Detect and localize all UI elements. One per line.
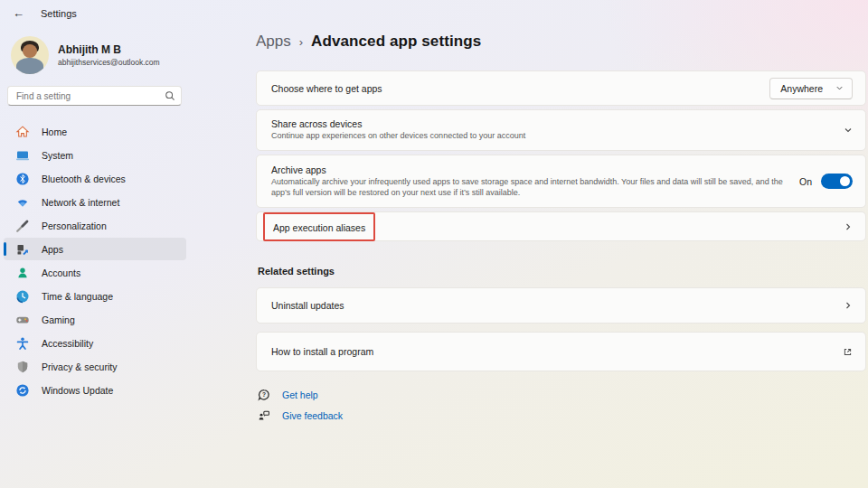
get-apps-source-dropdown[interactable]: Anywhere bbox=[769, 78, 853, 99]
get-help-label: Get help bbox=[282, 389, 318, 400]
sidebar-item-network-internet[interactable]: Network & internet bbox=[4, 191, 186, 213]
selected-indicator bbox=[4, 242, 6, 256]
setting-description: Automatically archive your infrequently … bbox=[271, 177, 785, 198]
setting-row-archive-apps: Archive apps Automatically archive your … bbox=[256, 155, 866, 208]
home-icon bbox=[15, 125, 30, 139]
give-feedback-label: Give feedback bbox=[282, 410, 343, 421]
setting-row-choose-where-to-get-apps: Choose where to get apps Anywhere bbox=[256, 70, 866, 106]
setting-label: How to install a program bbox=[271, 346, 828, 357]
sidebar-item-label: System bbox=[42, 150, 73, 161]
setting-label: App execution aliases bbox=[273, 222, 365, 233]
system-icon bbox=[15, 148, 30, 163]
gaming-icon bbox=[15, 313, 30, 327]
chevron-down-icon bbox=[844, 126, 853, 135]
sidebar-item-bluetooth-devices[interactable]: Bluetooth & devices bbox=[4, 167, 186, 190]
sidebar-item-label: Accounts bbox=[42, 267, 80, 278]
dropdown-value: Anywhere bbox=[780, 83, 823, 94]
setting-label: Archive apps bbox=[271, 164, 785, 175]
search-box[interactable] bbox=[7, 86, 182, 106]
avatar bbox=[11, 36, 49, 74]
sidebar-item-time-language[interactable]: Time & language bbox=[4, 285, 186, 307]
related-row-how-to-install-a-program[interactable]: How to install a program bbox=[256, 332, 866, 371]
annotation-highlight-box: App execution aliases bbox=[263, 212, 375, 241]
breadcrumb-separator: › bbox=[299, 35, 303, 49]
give-feedback-link[interactable]: Give feedback bbox=[258, 409, 343, 422]
sidebar-item-label: Apps bbox=[42, 244, 63, 255]
sidebar-item-label: Bluetooth & devices bbox=[42, 174, 126, 184]
sidebar-item-label: Time & language bbox=[42, 291, 113, 302]
setting-row-app-execution-aliases[interactable]: App execution aliases bbox=[256, 211, 866, 241]
sidebar-item-label: Home bbox=[42, 127, 67, 137]
time-language-icon bbox=[15, 289, 30, 304]
help-links: ? Get help Give feedback bbox=[258, 389, 343, 430]
get-help-icon: ? bbox=[258, 389, 270, 401]
profile-name: Abhijith M B bbox=[58, 43, 160, 56]
sidebar-item-windows-update[interactable]: Windows Update bbox=[4, 379, 186, 401]
settings-list: Choose where to get apps Anywhere Share … bbox=[256, 70, 866, 245]
personalization-icon bbox=[15, 219, 30, 233]
sidebar-item-personalization[interactable]: Personalization bbox=[4, 214, 186, 237]
privacy-icon bbox=[15, 360, 30, 374]
bluetooth-icon bbox=[15, 172, 30, 186]
chevron-right-icon bbox=[844, 222, 853, 231]
toggle-knob bbox=[840, 176, 850, 186]
setting-description: Continue app experiences on other device… bbox=[271, 131, 829, 142]
profile-email: abhijithservices@outlook.com bbox=[58, 58, 160, 67]
related-settings-heading: Related settings bbox=[258, 266, 335, 277]
chevron-right-icon bbox=[844, 301, 853, 310]
sidebar-item-label: Gaming bbox=[42, 314, 75, 325]
sidebar-item-privacy-security[interactable]: Privacy & security bbox=[4, 355, 186, 378]
svg-text:?: ? bbox=[262, 391, 266, 398]
toggle-state-label: On bbox=[799, 176, 812, 187]
breadcrumb: Apps › Advanced app settings bbox=[256, 33, 481, 51]
sidebar-nav: Home System Bluetooth & devices Network … bbox=[4, 119, 186, 402]
network-icon bbox=[15, 195, 30, 210]
accessibility-icon bbox=[15, 336, 30, 351]
setting-label: Uninstall updates bbox=[271, 300, 829, 311]
sidebar-item-label: Personalization bbox=[42, 221, 107, 231]
sidebar-item-label: Network & internet bbox=[42, 197, 119, 208]
sidebar-item-system[interactable]: System bbox=[4, 144, 186, 166]
sidebar-item-home[interactable]: Home bbox=[4, 120, 186, 143]
setting-row-share-across-devices[interactable]: Share across devices Continue app experi… bbox=[256, 109, 866, 151]
search-input[interactable] bbox=[16, 91, 165, 101]
sidebar-item-accessibility[interactable]: Accessibility bbox=[4, 332, 186, 354]
accounts-icon bbox=[15, 266, 30, 280]
give-feedback-icon bbox=[258, 409, 270, 422]
sidebar-item-apps[interactable]: Apps bbox=[4, 238, 186, 260]
sidebar-item-label: Accessibility bbox=[42, 338, 93, 349]
window-title: Settings bbox=[41, 8, 77, 19]
archive-apps-toggle[interactable] bbox=[821, 174, 853, 189]
setting-label: Share across devices bbox=[271, 118, 829, 129]
breadcrumb-apps-link[interactable]: Apps bbox=[256, 33, 291, 51]
sidebar-item-label: Privacy & security bbox=[42, 361, 117, 372]
account-header[interactable]: Abhijith M B abhijithservices@outlook.co… bbox=[11, 36, 192, 74]
page-title: Advanced app settings bbox=[311, 33, 481, 51]
back-button[interactable]: ← bbox=[13, 7, 24, 19]
windows-update-icon bbox=[15, 383, 30, 398]
external-link-icon bbox=[843, 347, 853, 357]
sidebar-item-label: Windows Update bbox=[42, 385, 113, 396]
get-help-link[interactable]: ? Get help bbox=[258, 389, 343, 401]
chevron-down-icon bbox=[835, 84, 844, 92]
sidebar-item-accounts[interactable]: Accounts bbox=[4, 261, 186, 284]
setting-label: Choose where to get apps bbox=[271, 83, 755, 94]
sidebar-item-gaming[interactable]: Gaming bbox=[4, 308, 186, 331]
apps-icon bbox=[15, 242, 30, 257]
titlebar: ← Settings bbox=[13, 7, 77, 19]
related-row-uninstall-updates[interactable]: Uninstall updates bbox=[256, 287, 866, 324]
related-settings-list: Uninstall updates How to install a progr… bbox=[256, 287, 866, 375]
search-icon bbox=[165, 90, 175, 101]
